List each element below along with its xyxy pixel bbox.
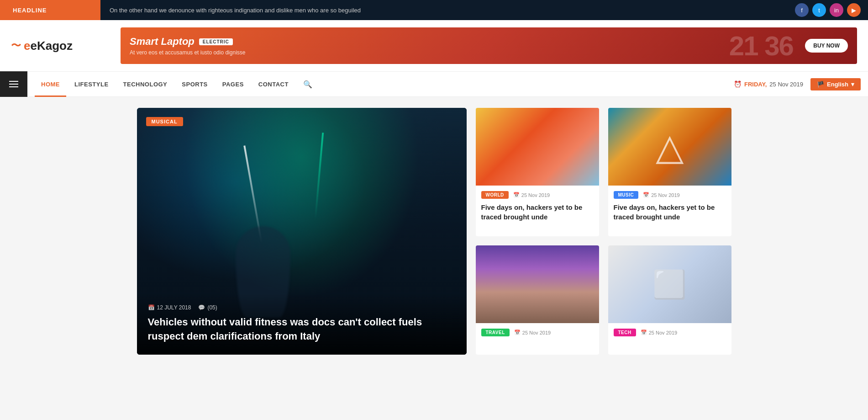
nav-home[interactable]: HOME <box>35 71 66 97</box>
article-card-world[interactable]: WORLD 📅 25 Nov 2019 Five days on, hacker… <box>476 108 599 236</box>
logo-text: eeKagoz <box>24 39 73 53</box>
top-bar: HEADLINE On the other hand we denounce w… <box>0 0 868 20</box>
article-date-music: 📅 25 Nov 2019 <box>643 192 679 198</box>
ad-subtitle: At vero eos et accusamus et iusto odio d… <box>130 49 805 56</box>
nav-contact[interactable]: CONTACT <box>252 71 295 97</box>
clock-icon: ⏰ <box>734 80 742 88</box>
logo[interactable]: 〜 eeKagoz <box>11 39 111 53</box>
featured-title: Vehicles without valid fitness was docs … <box>148 315 456 344</box>
hamburger-icon <box>9 81 18 87</box>
tag-music: MUSIC <box>614 191 639 199</box>
calendar-icon: 📅 <box>148 304 155 311</box>
youtube-icon[interactable]: ▶ <box>847 3 861 17</box>
calendar-icon: 📅 <box>643 192 649 198</box>
lang-text: English <box>827 81 848 88</box>
article-date-tech: 📅 25 Nov 2019 <box>641 330 677 335</box>
article-title-world: Five days on, hackers yet to be traced b… <box>481 202 594 222</box>
flag-icon: 🏴 <box>817 81 824 88</box>
featured-date: 📅 12 JULY 2018 <box>148 304 191 311</box>
twitter-icon[interactable]: t <box>812 3 826 17</box>
nav-date-text: 25 Nov 2019 <box>769 81 803 88</box>
featured-tag: MUSICAL <box>146 117 183 126</box>
featured-comments: 💬 (05) <box>198 304 217 311</box>
nav-pages[interactable]: PAGES <box>216 71 250 97</box>
ticker-text: On the other hand we denounce with right… <box>100 7 795 14</box>
navbar: HOME LIFESTYLE TECHNOLOGY SPORTS PAGES C… <box>0 71 868 97</box>
buy-now-button[interactable]: BUY NOW <box>805 39 848 53</box>
article-image-tech <box>608 245 731 323</box>
featured-article[interactable]: MUSICAL 📅 12 JULY 2018 💬 (05) Vehicles w… <box>137 108 467 355</box>
ad-title: Smart Laptop <box>130 36 195 48</box>
headline-label: HEADLINE <box>0 0 100 20</box>
calendar-icon: 📅 <box>641 330 647 335</box>
facebook-icon[interactable]: f <box>795 3 809 17</box>
article-card-travel[interactable]: TRAVEL 📅 25 Nov 2019 <box>476 245 599 355</box>
main-content: MUSICAL 📅 12 JULY 2018 💬 (05) Vehicles w… <box>126 108 742 355</box>
article-date-travel: 📅 25 Nov 2019 <box>514 330 551 335</box>
logo-wave-icon: 〜 <box>11 39 21 53</box>
article-card-tech[interactable]: TECH 📅 25 Nov 2019 <box>608 245 731 355</box>
article-image-music <box>608 108 731 186</box>
chevron-down-icon: ▾ <box>851 81 854 88</box>
ad-badge: ELECTRIC <box>199 38 233 45</box>
nav-lifestyle[interactable]: LIFESTYLE <box>68 71 115 97</box>
search-icon[interactable]: 🔍 <box>297 80 319 89</box>
hamburger-button[interactable] <box>0 71 27 97</box>
ad-numbers: 21 36 <box>729 30 793 62</box>
instagram-icon[interactable]: in <box>830 3 843 17</box>
article-image-world <box>476 108 599 186</box>
nav-sports[interactable]: SPORTS <box>175 71 214 97</box>
article-image-travel <box>476 245 599 323</box>
tag-travel: TRAVEL <box>481 329 510 336</box>
article-card-music[interactable]: MUSIC 📅 25 Nov 2019 Five days on, hacker… <box>608 108 731 236</box>
language-selector[interactable]: 🏴 English ▾ <box>810 78 861 90</box>
article-title-music: Five days on, hackers yet to be traced b… <box>614 202 726 222</box>
tag-world: WORLD <box>481 191 509 199</box>
calendar-icon: 📅 <box>514 330 521 335</box>
featured-overlay: 📅 12 JULY 2018 💬 (05) Vehicles without v… <box>137 293 467 355</box>
nav-right: ⏰ FRIDAY, 25 Nov 2019 🏴 English ▾ <box>734 78 868 90</box>
ad-banner: Smart Laptop ELECTRIC At vero eos et acc… <box>121 27 857 64</box>
nav-links: HOME LIFESTYLE TECHNOLOGY SPORTS PAGES C… <box>27 71 734 97</box>
calendar-icon: 📅 <box>513 192 520 198</box>
comment-icon: 💬 <box>198 304 205 311</box>
article-date-world: 📅 25 Nov 2019 <box>513 192 550 198</box>
nav-date: ⏰ FRIDAY, 25 Nov 2019 <box>734 80 803 88</box>
nav-day: FRIDAY, <box>744 81 767 88</box>
social-icons: f t in ▶ <box>795 3 868 17</box>
featured-meta: 📅 12 JULY 2018 💬 (05) <box>148 304 456 311</box>
logo-ad-row: 〜 eeKagoz Smart Laptop ELECTRIC At vero … <box>0 20 868 71</box>
tag-tech: TECH <box>614 329 636 336</box>
nav-technology[interactable]: TECHNOLOGY <box>117 71 174 97</box>
